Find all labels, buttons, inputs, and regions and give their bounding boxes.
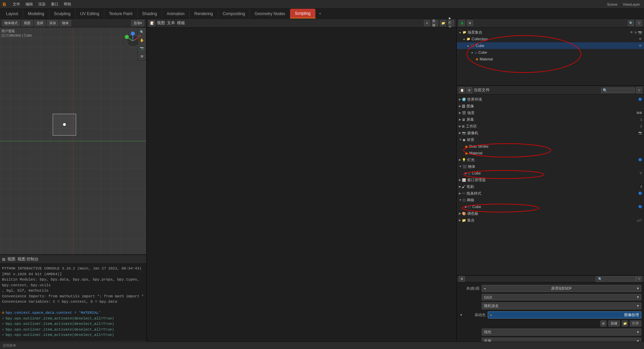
outliner-filter-icon[interactable]: ⚙ <box>467 20 473 26</box>
data-type-icon[interactable]: 📋 <box>459 87 465 93</box>
tab-animation[interactable]: Animation <box>162 9 190 18</box>
menu-edit[interactable]: 编辑 <box>23 1 36 7</box>
prop-ggx-value: GGX <box>484 295 492 299</box>
data-filter-icon[interactable]: ⚙ <box>466 87 472 93</box>
data-workspace[interactable]: ▶ ⊞ 工作区 1 <box>457 123 644 130</box>
outliner-scene-eye[interactable]: 👁 <box>630 31 633 34</box>
data-scene-icon: 🎬 <box>462 111 466 115</box>
viewport-grid-tool[interactable]: ⊞ <box>138 52 146 60</box>
outliner-scene-collection[interactable]: 📁 场景集合 👁 🖱 📷 <box>457 29 644 36</box>
data-world-name: 世界环境 <box>467 97 482 102</box>
editor-new-btn[interactable]: 新建 <box>432 20 438 26</box>
add-workspace-button[interactable]: + <box>316 9 325 18</box>
menu-help[interactable]: 帮助 <box>61 1 74 7</box>
console-tab-btn[interactable]: 视图 控制台 <box>17 256 39 262</box>
tab-texture-paint[interactable]: Texture Paint <box>104 9 138 18</box>
outliner-collection-eye[interactable]: 👁 <box>639 37 642 41</box>
tab-geometry-nodes[interactable]: Geometry Nodes <box>250 9 290 18</box>
data-collection-name: 集合 <box>467 218 475 223</box>
outliner-scene-render[interactable]: 📷 <box>638 31 642 34</box>
viewport-hand-tool[interactable]: ✋ <box>138 36 146 44</box>
data-collection[interactable]: ▶ 📁 集合 △⬡ <box>457 217 644 223</box>
outliner-cube-eye[interactable]: 👁 <box>639 44 642 48</box>
viewport-object-btn[interactable]: 物体 <box>60 20 71 26</box>
menu-window[interactable]: 窗口 <box>48 1 61 7</box>
tab-rendering[interactable]: Rendering <box>190 9 218 18</box>
data-window-mgr-name: 窗口管理器 <box>467 178 486 183</box>
prop-new-btn[interactable]: 新建 <box>608 320 620 327</box>
props-filter-btn[interactable]: ▽ <box>636 276 642 282</box>
data-object-cube-arrow: ▶ <box>465 171 467 175</box>
outliner-filter-btn[interactable]: ▽ <box>636 20 642 26</box>
data-screen[interactable]: ▶ 🖥 屏幕 1 <box>457 116 644 123</box>
prop-open-btn[interactable]: 打开 <box>630 320 641 327</box>
prop-subsurface-dropdown[interactable]: 随机游走 ▾ <box>482 302 641 309</box>
tab-uv-editing[interactable]: UV Editing <box>75 9 104 18</box>
data-palette[interactable]: ▶ 🎨 调色板 <box>457 210 644 217</box>
data-dots-stroke-icon: ◉ <box>465 145 468 148</box>
data-camera[interactable]: ▶ 📷 摄像机 📷 <box>457 130 644 136</box>
editor-templates-btn[interactable]: 模板 <box>177 20 185 26</box>
tab-scripting[interactable]: Scripting <box>290 9 316 18</box>
data-window-mgr[interactable]: ▶ 🪟 窗口管理器 <box>457 177 644 183</box>
prop-ggx-dropdown[interactable]: GGX ▾ <box>482 294 641 300</box>
outliner-material-row[interactable]: ◉ Material <box>457 56 644 62</box>
tab-compositing[interactable]: Compositing <box>218 9 250 18</box>
tab-modeling[interactable]: Modeling <box>23 9 49 18</box>
data-brush-count: 4 <box>640 185 642 188</box>
menu-render[interactable]: 渲染 <box>36 1 48 7</box>
prop-linear-dropdown[interactable]: 线性 ▾ <box>482 329 641 336</box>
outliner-collection-row[interactable]: 📁 Collection 👁 <box>457 36 644 42</box>
props-header: ⚙ ▽ <box>457 276 644 282</box>
editor-text-btn[interactable]: 文本 <box>167 20 175 26</box>
data-brush[interactable]: ▶ 🖌 笔刷 4 <box>457 183 644 190</box>
data-filter-btn[interactable]: ▽ <box>636 87 642 93</box>
tab-layout[interactable]: Layout <box>1 9 23 18</box>
outliner-scene-restrict[interactable]: 🖱 <box>634 31 637 34</box>
editor-run-btn[interactable]: ▶ 打开 <box>448 20 454 26</box>
console-output-2: bpy.ops.outliner.item_activate(deselect_… <box>6 321 114 327</box>
tab-sculpting[interactable]: Sculpting <box>49 9 75 18</box>
editor-line-nums-btn[interactable]: # <box>424 20 430 26</box>
data-dots-stroke[interactable]: ◉ Dots Stroke <box>457 143 644 150</box>
outliner-body: 📁 场景集合 👁 🖱 📷 📁 Collection 👁 <box>457 28 644 64</box>
viewport-zoom-tool[interactable]: 🔍 <box>138 28 146 36</box>
outliner-cube-mesh-row[interactable]: △ Cube <box>457 49 644 56</box>
viewport-select-btn[interactable]: 选择 <box>34 20 46 26</box>
data-scene[interactable]: ▶ 🎬 场景 ⊞⊞ <box>457 109 644 116</box>
data-world-env[interactable]: ▶ 🌍 世界环境 🔵 <box>457 96 644 103</box>
viewport-camera-tool[interactable]: 📷 <box>138 44 146 52</box>
tab-shading[interactable]: Shading <box>138 9 162 18</box>
viewport-view-btn[interactable]: 视图 <box>21 20 33 26</box>
workspace-tabs: Layout Modeling Sculpting UV Editing Tex… <box>0 9 644 19</box>
editor-view-btn[interactable]: 视图 <box>157 20 165 26</box>
outliner-search-icon[interactable]: 🔍 <box>628 20 634 26</box>
data-light[interactable]: ▶ 💡 灯光 🔵 <box>457 156 644 163</box>
props-search-input[interactable] <box>596 276 636 282</box>
data-mesh-cube[interactable]: ▶ ⬡ Cube 🔵 <box>457 203 644 210</box>
viewport-mode-btn[interactable]: 物体模式 <box>2 20 20 26</box>
viewport-add-btn[interactable]: 添加 <box>47 20 58 26</box>
data-object-cube[interactable]: ▶ △ Cube ▽ <box>457 170 644 177</box>
editor-type-icon[interactable]: 📝 <box>149 20 155 26</box>
props-type-icon[interactable]: ⚙ <box>459 276 465 282</box>
data-object-header[interactable]: ▼ ⬛ 物体 <box>457 163 644 170</box>
prop-surface-dropdown[interactable]: ● 原理化BSDF ▾ <box>482 285 641 292</box>
outliner-cube-row[interactable]: ⬛ Cube 👁 <box>457 42 644 49</box>
prop-base-color-dropdown[interactable]: ● 图像纹理 <box>488 311 641 318</box>
data-mesh-header[interactable]: ▼ ⬡ 网格 <box>457 197 644 203</box>
prop-folder-icon[interactable]: 📁 <box>622 320 628 327</box>
console-view-btn[interactable]: 视图 <box>7 256 15 262</box>
editor-open-btn[interactable]: 📁 <box>440 20 446 26</box>
viewport-options-btn[interactable]: 选项▾ <box>131 20 144 26</box>
outliner-collection-icon: 📁 <box>467 37 470 41</box>
data-material-item[interactable]: ◉ Material <box>457 150 644 156</box>
outliner-mesh-name: Cube <box>478 50 487 54</box>
data-mesh-section: ▼ ⬡ 网格 ▶ ⬡ Cube 🔵 <box>457 197 644 210</box>
data-image[interactable]: ▶ 🖼 图像 <box>457 103 644 109</box>
menu-file[interactable]: 文件 <box>10 1 23 7</box>
outliner-type-icon[interactable]: 🌲 <box>459 20 465 26</box>
data-search-input[interactable] <box>601 88 635 93</box>
data-material-header[interactable]: ▼ ◉ 材质 <box>457 136 644 143</box>
data-linestyle[interactable]: ▶ 〰 线条样式 🔵 <box>457 190 644 197</box>
